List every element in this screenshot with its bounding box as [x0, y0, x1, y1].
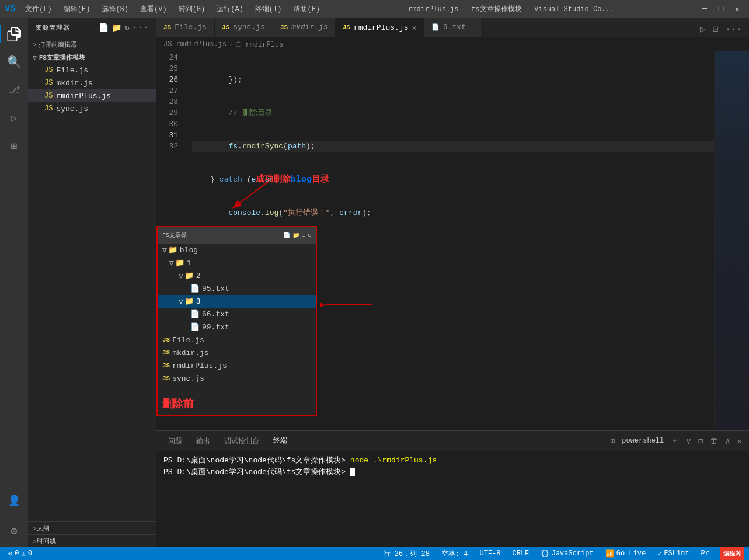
activity-extensions[interactable]: ⊞ — [0, 132, 28, 160]
add-terminal-icon[interactable]: ＋ — [668, 433, 681, 448]
menu-edit[interactable]: 编辑(E) — [59, 3, 95, 15]
open-editors-section[interactable]: ▷ 打开的编辑器 — [28, 38, 156, 51]
tab-rmdir[interactable]: JS rmdirPlus.js ✕ — [336, 18, 424, 37]
tree-3[interactable]: ▽ 📁 3 — [158, 295, 316, 308]
tree-2[interactable]: ▽ 📁 2 — [158, 269, 316, 282]
activity-search[interactable]: 🔍 — [0, 48, 28, 76]
new-file-tree-icon[interactable]: 📄 — [283, 232, 290, 239]
tab-debug-console[interactable]: 调试控制台 — [217, 431, 266, 451]
close-button[interactable]: ✕ — [730, 2, 744, 16]
tree-filejs[interactable]: JS File.js — [158, 333, 316, 346]
breadcrumb-symbol[interactable]: ⬡ rmdirPlus — [235, 40, 283, 49]
titlebar-controls[interactable]: ─ □ ✕ — [698, 2, 744, 16]
tree-rmdirplus[interactable]: JS rmdirPlus.js — [158, 359, 316, 372]
chevron-right-icon2: ▷ — [33, 524, 37, 532]
timeline-section[interactable]: ▷ 时间线 — [28, 534, 156, 547]
folder-icon: 📁 — [168, 245, 177, 255]
menu-file[interactable]: 文件(F) — [20, 3, 57, 15]
tab-problems[interactable]: 问题 — [161, 431, 189, 451]
menu-help[interactable]: 帮助(H) — [288, 3, 325, 15]
tab-output[interactable]: 输出 — [189, 431, 217, 451]
curly-icon: {} — [541, 549, 549, 558]
delete-terminal-icon[interactable]: 🗑 — [708, 434, 720, 448]
sidebar-header: 资源管理器 📄 📁 ↻ ··· — [28, 18, 156, 38]
tree-blog[interactable]: ▽ 📁 blog — [158, 244, 316, 256]
sidebar-file-rmdir[interactable]: JS rmdirPlus.js — [28, 89, 156, 102]
panel-tab-icons: ⊞ powershell ＋ ∨ ⊟ 🗑 ∧ ✕ — [608, 433, 744, 448]
menu-view[interactable]: 查看(V) — [135, 3, 172, 15]
header-icons[interactable]: 📄 📁 ⊟ ↻ — [283, 232, 311, 239]
sidebar-file-syncjs[interactable]: JS sync.js — [28, 102, 156, 115]
activity-debug[interactable]: ▷ — [0, 104, 28, 132]
menu-goto[interactable]: 转到(G) — [174, 3, 210, 15]
menu-run[interactable]: 运行(A) — [212, 3, 248, 15]
line-num-31: 31 — [156, 130, 178, 141]
activity-explorer[interactable] — [0, 20, 28, 48]
position-text: 行 26，列 28 — [384, 549, 430, 559]
more-icon[interactable]: ··· — [133, 23, 149, 33]
maximize-button[interactable]: □ — [714, 2, 728, 16]
new-file-icon[interactable]: 📄 — [99, 23, 109, 33]
menu-select[interactable]: 选择(S) — [97, 3, 133, 15]
status-eslint[interactable]: ✓ ESLint — [654, 547, 692, 560]
split-terminal-icon[interactable]: ⊟ — [696, 434, 705, 448]
status-errors[interactable]: ⊗ 0 ⚠ 0 — [5, 547, 36, 560]
fs-label: FS文章操 — [162, 231, 187, 239]
status-language[interactable]: {} JavaScript — [537, 547, 597, 560]
refresh-tree-icon[interactable]: ↻ — [308, 232, 311, 239]
refresh-icon[interactable]: ↻ — [124, 23, 130, 33]
status-golive[interactable]: 📶 Go Live — [602, 547, 649, 560]
new-folder-tree-icon[interactable]: 📁 — [292, 232, 299, 239]
status-line-ending[interactable]: CRLF — [508, 547, 532, 560]
tree-mkdirjs[interactable]: JS mkdir.js — [158, 346, 316, 359]
activity-settings[interactable]: ⚙ — [0, 517, 28, 545]
chevron-down-terminal[interactable]: ∨ — [684, 434, 693, 448]
status-pr[interactable]: Pr — [698, 547, 713, 560]
outline-section[interactable]: ▷ 大纲 — [28, 521, 156, 534]
breadcrumb-file[interactable]: JS rmdirPlus.js — [163, 40, 227, 48]
titlebar-menu[interactable]: 文件(F) 编辑(E) 选择(S) 查看(V) 转到(G) 运行(A) 终端(T… — [20, 3, 325, 15]
watermark: 编程网 — [720, 547, 744, 560]
output-label: 输出 — [196, 436, 210, 446]
menu-terminal[interactable]: 终端(T) — [250, 3, 287, 15]
collapse-terminal-icon[interactable]: ∧ — [723, 434, 732, 448]
collapse-icon[interactable]: ⊟ — [302, 232, 305, 239]
folder-expand-icon: ▽ — [179, 271, 183, 280]
folder-name: 2 — [196, 272, 201, 280]
tab-syncjs[interactable]: JS sync.js — [215, 18, 273, 37]
more-tab-icon[interactable]: ··· — [723, 22, 744, 37]
tab-terminal[interactable]: 终端 — [266, 431, 294, 451]
activity-account[interactable]: 👤 — [0, 486, 28, 514]
tab-filejs[interactable]: JS File.js — [156, 18, 215, 37]
js-icon: JS — [343, 24, 350, 31]
sidebar-icons[interactable]: 📄 📁 ↻ ··· — [99, 23, 149, 33]
debug-label: 调试控制台 — [224, 436, 259, 446]
close-tab-icon[interactable]: ✕ — [412, 23, 416, 33]
sidebar-file-mkdirjs[interactable]: JS mkdir.js — [28, 76, 156, 89]
activity-git[interactable]: ⎇ — [0, 76, 28, 104]
tab-9txt[interactable]: 📄 9.txt — [424, 18, 483, 37]
sidebar-title: 资源管理器 — [35, 23, 70, 32]
project-section[interactable]: ▽ FS文章操作模块 — [28, 51, 156, 64]
tab-label: 9.txt — [443, 23, 466, 32]
tree-syncjs[interactable]: JS sync.js — [158, 372, 316, 385]
tree-66txt[interactable]: 📄 66.txt — [158, 308, 316, 321]
sidebar-file-filejs[interactable]: JS File.js — [28, 64, 156, 76]
run-icon[interactable]: ▷ — [698, 21, 708, 37]
tree-99txt[interactable]: 📄 99.txt — [158, 321, 316, 333]
terminal-content[interactable]: PS D:\桌面\node学习\node代码\fs文章操作模块> node .\… — [156, 451, 749, 547]
new-folder-icon[interactable]: 📁 — [112, 23, 122, 33]
status-position[interactable]: 行 26，列 28 — [380, 547, 433, 560]
split-icon[interactable]: ⊟ — [710, 21, 721, 37]
code-line-26: fs.rmdirSync(path); — [192, 141, 714, 152]
status-spaces[interactable]: 空格: 4 — [438, 547, 472, 560]
spaces-text: 空格: 4 — [441, 549, 468, 559]
code-line-24: }); — [192, 74, 714, 85]
tree-95txt[interactable]: 📄 95.txt — [158, 282, 316, 295]
minimize-button[interactable]: ─ — [698, 2, 712, 16]
status-encoding[interactable]: UTF-8 — [476, 547, 504, 560]
tree-1[interactable]: ▽ 📁 1 — [158, 256, 316, 269]
tab-mkdirjs[interactable]: JS mkdir.js — [273, 18, 336, 37]
close-terminal-icon[interactable]: ✕ — [735, 434, 744, 448]
line-num-30: 30 — [156, 119, 178, 130]
